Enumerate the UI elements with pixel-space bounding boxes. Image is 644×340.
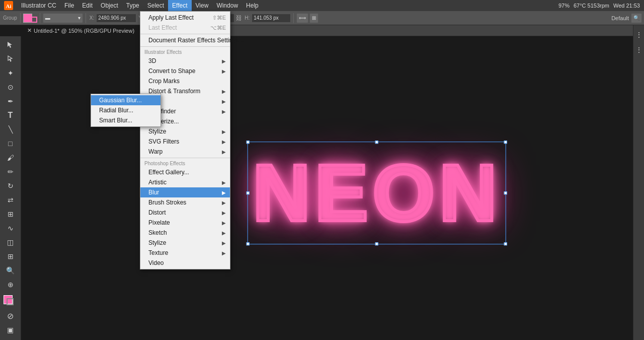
- handle-tm: [375, 141, 378, 144]
- handle-ml: [247, 191, 250, 194]
- effect-stylize-ps[interactable]: Stylize▶: [140, 238, 230, 248]
- effect-svg-filters[interactable]: SVG Filters▶: [140, 137, 230, 147]
- right-panel-btn1[interactable]: ⋮: [634, 28, 643, 41]
- draw-mode[interactable]: ▣: [3, 323, 18, 336]
- handle-bl: [247, 242, 250, 245]
- neon-text-container: NEON: [253, 147, 501, 239]
- effect-3d[interactable]: 3D▶: [140, 56, 230, 66]
- sep3: [140, 158, 230, 158]
- direct-selection-tool[interactable]: [3, 52, 18, 65]
- right-panel: ⋮ ⋮: [633, 25, 644, 340]
- handle-mr: [504, 191, 507, 194]
- color-swatches[interactable]: [3, 294, 19, 308]
- effect-brush-strokes[interactable]: Brush Strokes▶: [140, 197, 230, 208]
- last-effect[interactable]: Last Effect ⌥⌘E: [140, 23, 230, 33]
- effect-gallery[interactable]: Effect Gallery...: [140, 167, 230, 177]
- reflect-tool[interactable]: ⇄: [3, 193, 18, 207]
- gradient-tool[interactable]: ◫: [3, 236, 18, 249]
- left-panel: ✦ ⊙ ✒ T ╲ □ 🖌 ✏ ↻ ⇄ ⊞ ∿ ◫ ⊞ 🔍 ⊕ ⊘ ▣: [0, 36, 21, 340]
- blend-tool[interactable]: ∿: [3, 222, 18, 235]
- line-tool[interactable]: ╲: [3, 123, 18, 136]
- effect-video[interactable]: Video: [140, 258, 230, 268]
- distribute-btn[interactable]: ⊞: [309, 13, 318, 23]
- separator3: [86, 13, 86, 23]
- sep2: [140, 46, 230, 47]
- separator2: [40, 13, 40, 23]
- effect-texture[interactable]: Texture▶: [140, 248, 230, 258]
- document-tab[interactable]: ✕ Untitled-1* @ 150% (RGB/GPU Preview): [21, 25, 141, 36]
- scale-tool[interactable]: ⊞: [3, 208, 18, 221]
- h-input[interactable]: [252, 14, 291, 23]
- effect-pixelate[interactable]: Pixelate▶: [140, 218, 230, 228]
- separator4: [293, 13, 294, 23]
- radial-blur[interactable]: Radial Blur...: [91, 105, 160, 115]
- handle-bm: [375, 242, 378, 245]
- zoom-tool[interactable]: ⊕: [3, 278, 18, 291]
- effect-warp[interactable]: Warp▶: [140, 147, 230, 157]
- h-label: H:: [244, 15, 251, 21]
- tab-bar: ✕ Untitled-1* @ 150% (RGB/GPU Preview): [21, 25, 633, 36]
- group-label: Group: [2, 15, 18, 21]
- effect-artistic[interactable]: Artistic▶: [140, 177, 230, 187]
- x-label: X:: [89, 15, 95, 21]
- neon-text: NEON: [253, 147, 501, 239]
- canvas-area: NEON: [21, 36, 633, 340]
- menu-select[interactable]: Select: [143, 0, 168, 11]
- clock: Wed 21:53: [613, 3, 640, 9]
- effect-crop-marks[interactable]: Crop Marks: [140, 76, 230, 86]
- blur-submenu: Gaussian Blur... Radial Blur... Smart Bl…: [91, 94, 161, 127]
- menu-type[interactable]: Type: [122, 0, 143, 11]
- smart-blur[interactable]: Smart Blur...: [91, 115, 160, 125]
- menu-illustrator[interactable]: Illustrator CC: [17, 0, 60, 11]
- effect-stylize[interactable]: Stylize▶: [140, 126, 230, 137]
- effect-distort[interactable]: Distort▶: [140, 208, 230, 218]
- doc-raster-settings[interactable]: Document Raster Effects Settings...: [140, 35, 230, 45]
- default-label: Default: [611, 15, 629, 21]
- menu-view[interactable]: View: [192, 0, 213, 11]
- effect-convert-to-shape[interactable]: Convert to Shape▶: [140, 66, 230, 76]
- gaussian-blur[interactable]: Gaussian Blur...: [91, 95, 160, 105]
- none-btn[interactable]: ⊘: [3, 309, 18, 322]
- stroke-swatch[interactable]: [7, 298, 14, 305]
- temp-indicator: 67°C 5153rpm: [574, 3, 609, 9]
- menu-help[interactable]: Help: [242, 0, 263, 11]
- photoshop-effects-header: Photoshop Effects: [140, 159, 230, 167]
- menu-effect[interactable]: Effect: [168, 0, 191, 11]
- right-panel-btn2[interactable]: ⋮: [634, 43, 643, 56]
- menu-file[interactable]: File: [60, 0, 78, 11]
- search-btn[interactable]: 🔍: [631, 13, 642, 23]
- effect-blur[interactable]: Blur▶: [140, 187, 230, 197]
- eyedropper-tool[interactable]: 🔍: [3, 264, 18, 277]
- selection-tool[interactable]: [3, 38, 18, 51]
- lasso-tool[interactable]: ⊙: [3, 81, 18, 94]
- x-input[interactable]: [96, 14, 136, 23]
- paintbrush-tool[interactable]: 🖌: [3, 151, 18, 164]
- toolbar-properties: Group ▬ ▾ X: Y: W: ⛓ H: ⟺ ⊞ Default: [0, 11, 644, 25]
- handle-tl: [247, 141, 250, 144]
- svg-text:Ai: Ai: [6, 3, 12, 9]
- menu-window[interactable]: Window: [212, 0, 242, 11]
- mesh-tool[interactable]: ⊞: [3, 250, 18, 263]
- separator: [20, 13, 21, 23]
- handle-br: [504, 242, 507, 245]
- stroke-color[interactable]: [31, 17, 37, 23]
- pencil-tool[interactable]: ✏: [3, 165, 18, 178]
- tab-label: Untitled-1* @ 150% (RGB/GPU Preview): [34, 28, 134, 34]
- text-tool[interactable]: T: [3, 109, 18, 122]
- battery-indicator: 97%: [558, 3, 570, 9]
- align-btn[interactable]: ⟺: [296, 13, 308, 23]
- rotate-tool[interactable]: ↻: [3, 179, 18, 192]
- handle-tr: [504, 141, 507, 144]
- rect-tool[interactable]: □: [3, 137, 18, 150]
- illustrator-effects-header: Illustrator Effects: [140, 48, 230, 56]
- pen-tool[interactable]: ✒: [3, 95, 18, 108]
- app-icon: Ai: [4, 1, 13, 10]
- menubar: Ai Illustrator CC File Edit Object Type …: [0, 0, 644, 11]
- effect-sketch[interactable]: Sketch▶: [140, 228, 230, 238]
- menu-object[interactable]: Object: [97, 0, 122, 11]
- magic-wand-tool[interactable]: ✦: [3, 66, 18, 80]
- apply-last-effect[interactable]: Apply Last Effect ⇧⌘E: [140, 13, 230, 23]
- menu-edit[interactable]: Edit: [78, 0, 97, 11]
- constrain-link-icon[interactable]: ⛓: [235, 15, 243, 22]
- stroke-dropdown[interactable]: ▬ ▾: [43, 13, 83, 23]
